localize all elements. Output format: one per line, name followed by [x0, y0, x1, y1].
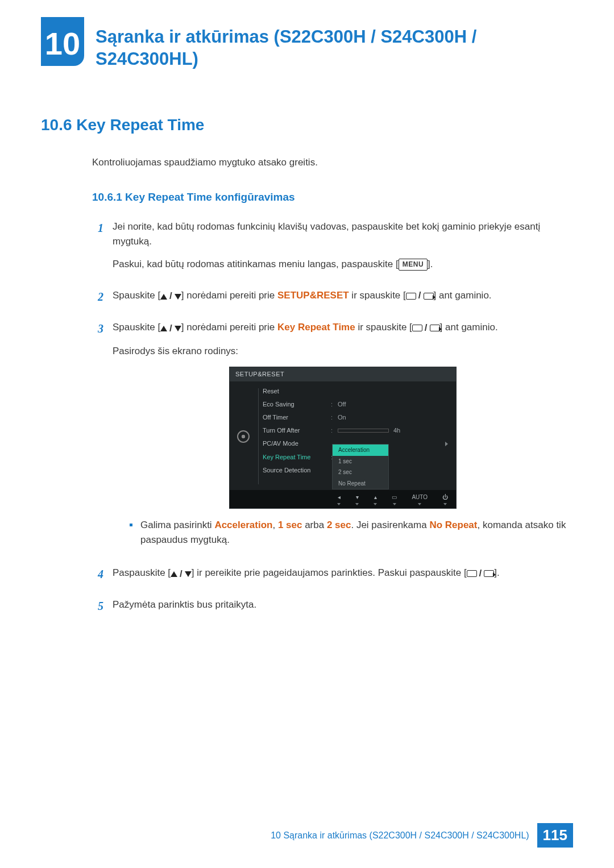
- step-3-text: Spauskite [/] norėdami pereiti prie Key …: [113, 320, 573, 336]
- step-number: 1: [92, 219, 103, 280]
- osd-popup: Acceleration 1 sec 2 sec No Repeat: [332, 444, 389, 489]
- gear-icon: [237, 430, 250, 443]
- section-heading: 10.6 Key Repeat Time: [41, 116, 573, 134]
- auto-icon: AUTO: [412, 493, 428, 505]
- osd-row-turn-off-after: Turn Off After: 4h: [258, 424, 453, 437]
- step-number: 3: [92, 320, 103, 558]
- osd-popup-option: Acceleration: [333, 445, 388, 456]
- chapter-title: Sąranka ir atkūrimas (S22C300H / S24C300…: [96, 17, 573, 70]
- osd-screenshot: SETUP&RESET Reset Eco Saving:Off: [229, 367, 457, 508]
- source-enter-icon: /: [412, 321, 440, 335]
- step-5-text: Pažymėta parinktis bus pritaikyta.: [113, 597, 573, 612]
- setup-reset-label: SETUP&RESET: [277, 290, 349, 301]
- osd-category-icon: [233, 385, 254, 488]
- source-enter-icon: /: [467, 566, 495, 581]
- section-intro: Kontroliuojamas spaudžiamo mygtuko atsak…: [92, 157, 573, 168]
- step-4-text: Paspauskite [/] ir pereikite prie pageid…: [113, 566, 573, 582]
- step-3-bullet: Galima pasirinkti Acceleration, 1 sec ar…: [130, 518, 573, 548]
- osd-footer: ◂ ▾ ▴ ▭ AUTO ⏻: [230, 490, 456, 508]
- footer-text: 10 Sąranka ir atkūrimas (S22C300H / S24C…: [271, 830, 529, 841]
- source-enter-icon: /: [406, 288, 434, 303]
- back-icon: ◂: [337, 493, 341, 505]
- osd-row-eco-saving: Eco Saving:Off: [258, 398, 453, 411]
- step-1-text-1: Jei norite, kad būtų rodomas funkcinių k…: [113, 219, 573, 250]
- up-icon: ▴: [374, 493, 377, 505]
- up-down-icon: /: [160, 321, 181, 336]
- up-down-icon: /: [171, 567, 192, 582]
- step-3-after: Pasirodys šis ekrano rodinys:: [113, 344, 573, 359]
- step-number: 4: [92, 566, 103, 589]
- enter-icon: ▭: [392, 493, 397, 505]
- osd-title: SETUP&RESET: [230, 367, 456, 381]
- step-4: 4 Paspauskite [/] ir pereikite prie page…: [92, 566, 573, 589]
- chevron-right-icon: [445, 442, 448, 446]
- osd-row-reset: Reset: [258, 385, 453, 398]
- down-icon: ▾: [355, 493, 359, 505]
- step-list: 1 Jei norite, kad būtų rodomas funkcinių…: [92, 219, 573, 621]
- step-1-text-2: Paskui, kad būtų rodomas atitinkamas men…: [113, 257, 573, 272]
- osd-popup-option: 2 sec: [333, 467, 388, 478]
- subsection-heading: 10.6.1 Key Repeat Time konfigūravimas: [92, 191, 573, 203]
- step-number: 2: [92, 288, 103, 312]
- step-2: 2 Spauskite [/] norėdami pereiti prie SE…: [92, 288, 573, 312]
- page-number: 115: [537, 823, 573, 848]
- chapter-header: 10 Sąranka ir atkūrimas (S22C300H / S24C…: [41, 17, 573, 70]
- key-repeat-time-label: Key Repeat Time: [277, 322, 355, 333]
- step-2-text: Spauskite [/] norėdami pereiti prie SETU…: [113, 288, 573, 304]
- bullet-icon: [130, 524, 132, 526]
- chapter-number-badge: 10: [41, 17, 84, 66]
- menu-button-icon: MENU: [399, 259, 428, 271]
- page-footer: 10 Sąranka ir atkūrimas (S22C300H / S24C…: [271, 823, 573, 848]
- slider-icon: [338, 429, 389, 433]
- up-down-icon: /: [160, 289, 181, 304]
- osd-row-off-timer: Off Timer:On: [258, 411, 453, 424]
- step-3: 3 Spauskite [/] norėdami pereiti prie Ke…: [92, 320, 573, 558]
- step-number: 5: [92, 597, 103, 620]
- osd-popup-option: No Repeat: [333, 478, 388, 489]
- step-5: 5 Pažymėta parinktis bus pritaikyta.: [92, 597, 573, 620]
- power-icon: ⏻: [442, 493, 448, 505]
- osd-popup-option: 1 sec: [333, 456, 388, 467]
- step-1: 1 Jei norite, kad būtų rodomas funkcinių…: [92, 219, 573, 280]
